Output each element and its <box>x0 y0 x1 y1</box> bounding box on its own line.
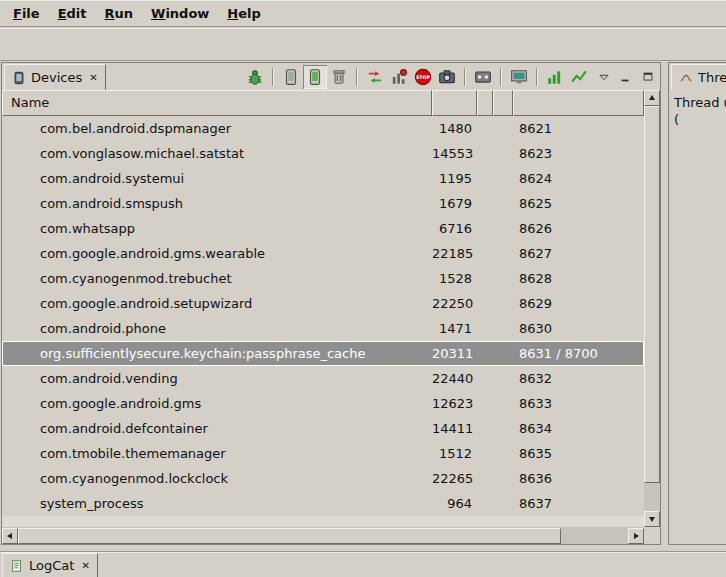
network-stats-button[interactable] <box>543 65 567 89</box>
devices-tabrow: Devices ✕ <box>2 63 660 90</box>
devices-toolbar: STOP <box>243 65 657 89</box>
process-name: com.vonglasow.michael.satstat <box>2 141 432 166</box>
menu-file[interactable]: File <box>4 3 49 25</box>
threads-message: Thread up ( <box>674 94 726 128</box>
screen-record-button[interactable] <box>471 65 495 89</box>
process-name: com.cyanogenmod.trebuchet <box>2 266 432 291</box>
process-pid: 14553 <box>432 141 477 166</box>
trash-icon <box>330 68 348 86</box>
tab-threads[interactable]: Threads ✕ <box>671 64 726 90</box>
tab-logcat[interactable]: LogCat ✕ <box>2 553 98 577</box>
devices-view: Devices ✕ <box>1 62 661 545</box>
table-row[interactable]: com.tmobile.thememanager 1512 8635 <box>2 441 644 466</box>
vertical-scroll-track[interactable] <box>644 106 660 511</box>
dump-hprof-button[interactable] <box>303 65 327 89</box>
arrow-down-icon <box>648 515 656 523</box>
camera-icon <box>438 68 456 86</box>
toolbar-separator <box>500 68 502 86</box>
minimize-button[interactable] <box>617 68 635 86</box>
devices-tab-icon <box>12 71 26 85</box>
table-row[interactable]: com.google.android.gms.wearable 22185 86… <box>2 241 644 266</box>
process-spacer2 <box>493 416 513 441</box>
column-header-name[interactable]: Name <box>2 90 432 116</box>
start-tracking-button[interactable] <box>567 65 591 89</box>
process-spacer1 <box>477 491 493 516</box>
horizontal-scroll-thumb[interactable] <box>18 528 561 544</box>
process-pid: 1471 <box>432 316 477 341</box>
process-port: 8635 <box>513 441 644 466</box>
process-spacer2 <box>493 466 513 491</box>
process-spacer1 <box>477 191 493 216</box>
table-row[interactable]: com.google.android.setupwizard 22250 862… <box>2 291 644 316</box>
cause-gc-button[interactable] <box>327 65 351 89</box>
process-port: 8626 <box>513 216 644 241</box>
table-row[interactable]: com.android.phone 1471 8630 <box>2 316 644 341</box>
process-spacer2 <box>493 341 513 366</box>
toolbar-separator <box>464 68 466 86</box>
table-row[interactable]: com.vonglasow.michael.satstat 14553 8623 <box>2 141 644 166</box>
screen-capture-button[interactable] <box>435 65 459 89</box>
method-profiling-icon <box>390 68 408 86</box>
vertical-scroll-thumb[interactable] <box>644 106 660 483</box>
process-port: 8625 <box>513 191 644 216</box>
toolbar-separator <box>272 68 274 86</box>
process-port: 8627 <box>513 241 644 266</box>
scroll-left-button[interactable] <box>2 528 18 544</box>
table-row[interactable]: system_process 964 8637 <box>2 491 644 516</box>
scroll-down-button[interactable] <box>644 511 660 527</box>
update-heap-button[interactable] <box>279 65 303 89</box>
stop-process-button[interactable]: STOP <box>411 65 435 89</box>
vertical-scrollbar[interactable] <box>644 90 660 527</box>
table-row[interactable]: com.bel.android.dspmanager 1480 8621 <box>2 116 644 141</box>
table-row[interactable]: com.android.smspush 1679 8625 <box>2 191 644 216</box>
method-profiling-button[interactable] <box>387 65 411 89</box>
process-spacer1 <box>477 341 493 366</box>
menu-help[interactable]: Help <box>218 3 269 25</box>
horizontal-scroll-track[interactable] <box>18 528 628 544</box>
screen-record-icon <box>474 68 492 86</box>
scroll-up-button[interactable] <box>644 90 660 106</box>
update-threads-icon <box>366 68 384 86</box>
table-row[interactable]: com.android.vending 22440 8632 <box>2 366 644 391</box>
debug-icon <box>246 68 264 86</box>
horizontal-scrollbar[interactable] <box>2 527 644 544</box>
update-threads-button[interactable] <box>363 65 387 89</box>
threads-tab-label: Threads <box>698 70 726 85</box>
process-spacer1 <box>477 141 493 166</box>
column-header-spacer1[interactable] <box>477 90 493 116</box>
process-name: com.android.vending <box>2 366 432 391</box>
process-port: 8621 <box>513 116 644 141</box>
table-row[interactable]: com.whatsapp 6716 8626 <box>2 216 644 241</box>
system-info-button[interactable] <box>507 65 531 89</box>
column-header-pid[interactable] <box>432 90 477 116</box>
table-row[interactable]: com.android.defcontainer 14411 8634 <box>2 416 644 441</box>
menu-edit[interactable]: Edit <box>49 3 96 25</box>
tab-devices[interactable]: Devices ✕ <box>4 64 106 90</box>
table-row[interactable]: com.cyanogenmod.trebuchet 1528 8628 <box>2 266 644 291</box>
menu-run[interactable]: Run <box>96 3 143 25</box>
menu-window[interactable]: Window <box>142 3 218 25</box>
scroll-right-button[interactable] <box>628 528 644 544</box>
process-spacer2 <box>493 166 513 191</box>
column-header-port[interactable] <box>513 90 644 116</box>
threads-tabrow: Threads ✕ <box>669 63 726 90</box>
logcat-tab-close-icon[interactable]: ✕ <box>81 560 89 571</box>
process-pid: 14411 <box>432 416 477 441</box>
table-row[interactable]: com.android.systemui 1195 8624 <box>2 166 644 191</box>
table-row[interactable]: org.sufficientlysecure.keychain:passphra… <box>2 341 644 366</box>
process-spacer2 <box>493 441 513 466</box>
maximize-button[interactable] <box>639 68 657 86</box>
device-table-body: com.bel.android.dspmanager 1480 8621 com… <box>2 116 644 527</box>
process-spacer2 <box>493 191 513 216</box>
table-row[interactable]: com.cyanogenmod.lockclock 22265 8636 <box>2 466 644 491</box>
process-port: 8632 <box>513 366 644 391</box>
process-pid: 22185 <box>432 241 477 266</box>
process-pid: 1195 <box>432 166 477 191</box>
view-menu-button[interactable] <box>595 68 613 86</box>
column-header-spacer2[interactable] <box>493 90 513 116</box>
process-spacer1 <box>477 466 493 491</box>
table-row[interactable]: com.google.android.gms 12623 8633 <box>2 391 644 416</box>
debug-process-button[interactable] <box>243 65 267 89</box>
devices-tab-close-icon[interactable]: ✕ <box>89 72 97 83</box>
threads-tab-icon <box>679 71 693 85</box>
